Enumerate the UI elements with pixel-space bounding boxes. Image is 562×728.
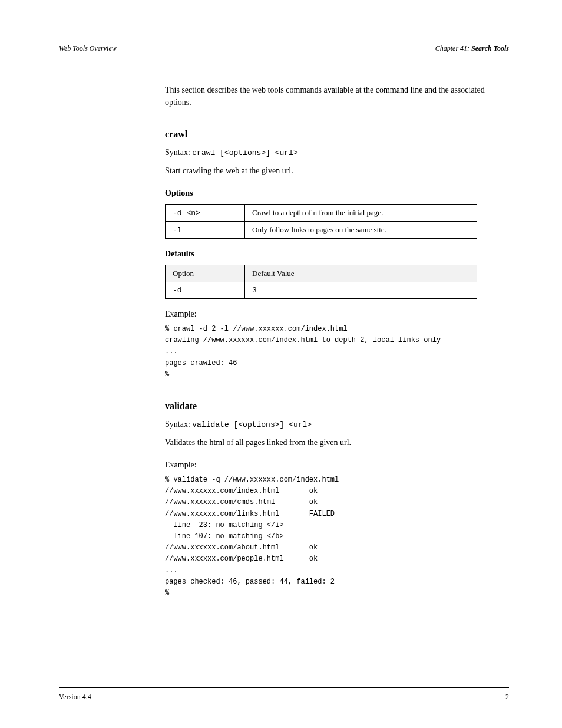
table-row: -d 3 bbox=[166, 282, 477, 299]
footer-version: Version 4.4 bbox=[59, 693, 91, 701]
default-flag: -d bbox=[166, 282, 245, 299]
option-flag: -d <n> bbox=[166, 205, 245, 222]
main-content: This section describes the web tools com… bbox=[165, 84, 509, 599]
crawl-defaults-table: Option Default Value -d 3 bbox=[165, 265, 477, 299]
defaults-header-default: Default Value bbox=[245, 265, 477, 282]
syntax-label: Syntax: bbox=[165, 420, 192, 429]
validate-example-code: % validate -q //www.xxxxxx.com/index.htm… bbox=[165, 475, 509, 599]
crawl-options-table: -d <n> Crawl to a depth of n from the in… bbox=[165, 204, 477, 239]
intro-text: This section describes the web tools com… bbox=[165, 84, 509, 108]
crawl-desc: Start crawling the web at the given url. bbox=[165, 164, 509, 177]
validate-syntax: Syntax: validate [<options>] <url> bbox=[165, 420, 509, 429]
crawl-example-label: Example: bbox=[165, 309, 509, 319]
option-desc: Only follow links to pages on the same s… bbox=[245, 222, 477, 239]
validate-example-label: Example: bbox=[165, 460, 509, 470]
table-row: -d <n> Crawl to a depth of n from the in… bbox=[166, 205, 477, 222]
crawl-example-code: % crawl -d 2 -l //www.xxxxxx.com/index.h… bbox=[165, 324, 509, 380]
validate-heading: validate bbox=[165, 401, 509, 411]
syntax-label: Syntax: bbox=[165, 148, 192, 157]
table-header-row: Option Default Value bbox=[166, 265, 477, 282]
validate-syntax-code: validate [<options>] <url> bbox=[192, 420, 312, 429]
page-footer: Version 4.4 2 bbox=[59, 687, 509, 701]
header-title: Search Tools bbox=[471, 44, 509, 52]
default-value: 3 bbox=[245, 282, 477, 299]
crawl-defaults-heading: Defaults bbox=[165, 249, 509, 259]
option-desc: Crawl to a depth of n from the initial p… bbox=[245, 205, 477, 222]
option-flag: -l bbox=[166, 222, 245, 239]
validate-desc: Validates the html of all pages linked f… bbox=[165, 436, 509, 449]
header-right: Chapter 41: Search Tools bbox=[435, 44, 509, 53]
defaults-header-option: Option bbox=[166, 265, 245, 282]
crawl-syntax-code: crawl [<options>] <url> bbox=[192, 149, 297, 157]
footer-page-number: 2 bbox=[505, 693, 509, 701]
crawl-options-heading: Options bbox=[165, 189, 509, 198]
header-left: Web Tools Overview bbox=[59, 44, 117, 53]
page-header: Web Tools Overview Chapter 41: Search To… bbox=[59, 44, 509, 57]
crawl-syntax: Syntax: crawl [<options>] <url> bbox=[165, 148, 509, 157]
crawl-heading: crawl bbox=[165, 129, 509, 140]
table-row: -l Only follow links to pages on the sam… bbox=[166, 222, 477, 239]
header-chapter: Chapter 41: bbox=[435, 44, 471, 52]
